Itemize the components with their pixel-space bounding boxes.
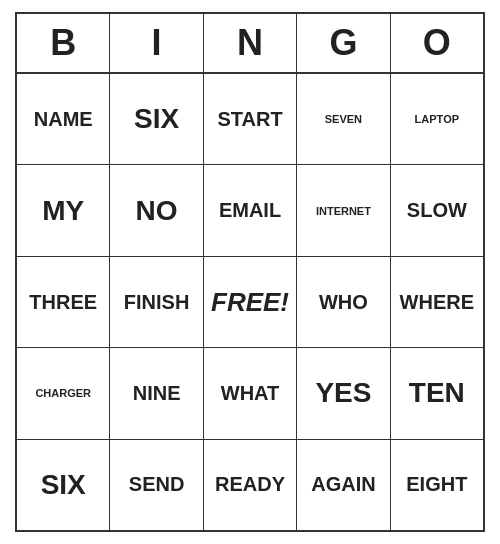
cell-text-3-2: WHAT xyxy=(221,382,280,405)
cell-0-2: START xyxy=(204,74,297,164)
header-cell-g: G xyxy=(297,14,390,74)
cell-2-2: Free! xyxy=(204,257,297,347)
cell-text-4-2: READY xyxy=(215,473,285,496)
grid-row-4: SIXSENDREADYAGAINEIGHT xyxy=(17,440,483,530)
grid-row-0: NAMESIXSTARTSEVENLAPTOP xyxy=(17,74,483,165)
header-letter-o: O xyxy=(423,22,451,64)
cell-4-0: SIX xyxy=(17,440,110,530)
cell-2-1: FINISH xyxy=(110,257,203,347)
cell-1-2: EMAIL xyxy=(204,165,297,255)
cell-text-4-0: SIX xyxy=(41,469,86,501)
grid-row-2: THREEFINISHFree!WHOWHERE xyxy=(17,257,483,348)
header-letter-n: N xyxy=(237,22,263,64)
cell-text-0-3: SEVEN xyxy=(325,113,362,125)
cell-0-0: NAME xyxy=(17,74,110,164)
cell-2-4: WHERE xyxy=(391,257,483,347)
cell-text-0-2: START xyxy=(217,108,282,131)
cell-text-3-4: TEN xyxy=(409,377,465,409)
cell-text-4-3: AGAIN xyxy=(311,473,375,496)
cell-0-4: LAPTOP xyxy=(391,74,483,164)
cell-1-0: MY xyxy=(17,165,110,255)
cell-text-1-1: NO xyxy=(136,195,178,227)
cell-2-3: WHO xyxy=(297,257,390,347)
cell-text-3-1: NINE xyxy=(133,382,181,405)
cell-4-3: AGAIN xyxy=(297,440,390,530)
cell-3-0: CHARGER xyxy=(17,348,110,438)
bingo-card: BINGO NAMESIXSTARTSEVENLAPTOPMYNOEMAILIN… xyxy=(15,12,485,532)
cell-text-2-1: FINISH xyxy=(124,291,190,314)
cell-text-1-2: EMAIL xyxy=(219,199,281,222)
grid-row-1: MYNOEMAILINTERNETSLOW xyxy=(17,165,483,256)
cell-3-2: WHAT xyxy=(204,348,297,438)
cell-text-2-0: THREE xyxy=(29,291,97,314)
grid-rows: NAMESIXSTARTSEVENLAPTOPMYNOEMAILINTERNET… xyxy=(17,74,483,530)
cell-1-3: INTERNET xyxy=(297,165,390,255)
cell-text-2-4: WHERE xyxy=(400,291,474,314)
cell-0-1: SIX xyxy=(110,74,203,164)
cell-4-1: SEND xyxy=(110,440,203,530)
header-letter-g: G xyxy=(329,22,357,64)
cell-text-0-0: NAME xyxy=(34,108,93,131)
cell-4-4: EIGHT xyxy=(391,440,483,530)
header-cell-b: B xyxy=(17,14,110,74)
header-cell-i: I xyxy=(110,14,203,74)
cell-0-3: SEVEN xyxy=(297,74,390,164)
cell-1-1: NO xyxy=(110,165,203,255)
cell-text-1-0: MY xyxy=(42,195,84,227)
cell-text-1-4: SLOW xyxy=(407,199,467,222)
header-cell-n: N xyxy=(204,14,297,74)
cell-3-1: NINE xyxy=(110,348,203,438)
cell-1-4: SLOW xyxy=(391,165,483,255)
cell-3-3: YES xyxy=(297,348,390,438)
header-cell-o: O xyxy=(391,14,483,74)
cell-4-2: READY xyxy=(204,440,297,530)
cell-text-2-3: WHO xyxy=(319,291,368,314)
cell-text-0-4: LAPTOP xyxy=(415,113,459,125)
cell-text-3-0: CHARGER xyxy=(35,387,91,399)
cell-text-4-1: SEND xyxy=(129,473,185,496)
cell-text-2-2: Free! xyxy=(211,287,289,318)
header-row: BINGO xyxy=(17,14,483,74)
cell-text-1-3: INTERNET xyxy=(316,205,371,217)
cell-2-0: THREE xyxy=(17,257,110,347)
cell-text-4-4: EIGHT xyxy=(406,473,467,496)
header-letter-i: I xyxy=(152,22,162,64)
cell-3-4: TEN xyxy=(391,348,483,438)
header-letter-b: B xyxy=(50,22,76,64)
cell-text-0-1: SIX xyxy=(134,103,179,135)
grid-row-3: CHARGERNINEWHATYESTEN xyxy=(17,348,483,439)
cell-text-3-3: YES xyxy=(315,377,371,409)
